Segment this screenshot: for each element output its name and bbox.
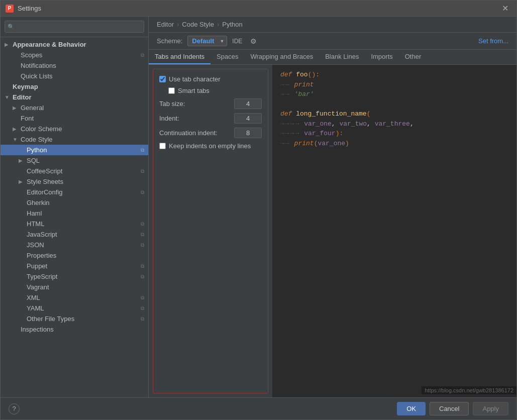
tab-size-row: Tab size: [159, 98, 262, 109]
tab-blank-lines[interactable]: Blank Lines [319, 50, 365, 64]
tab-spaces[interactable]: Spaces [211, 50, 244, 64]
sidebar-label-gherkin: Gherkin [27, 199, 144, 206]
use-tab-character-label: Use tab character [169, 75, 221, 83]
copy-icon: ⧉ [141, 168, 144, 174]
paren2: ( [367, 109, 371, 119]
copy-icon: ⧉ [141, 242, 144, 248]
copy-icon: ⧉ [141, 305, 144, 311]
sidebar-item-puppet[interactable]: Puppet ⧉ [1, 261, 148, 271]
sidebar-item-coffeescript[interactable]: CoffeeScript ⧉ [1, 166, 148, 176]
settings-dialog: P Settings ✕ ▶ Appearance & Behavior [0, 0, 517, 420]
code-preview: def foo(): →→print →→'bar' def long_func… [272, 65, 516, 397]
bottom-left: ? [9, 403, 393, 414]
tab-tabs-and-indents[interactable]: Tabs and Indents [149, 50, 211, 64]
breadcrumb-python: Python [222, 21, 242, 28]
sidebar-item-other-file-types[interactable]: Other File Types ⧉ [1, 313, 148, 324]
sidebar-item-vagrant[interactable]: Vagrant [1, 282, 148, 292]
indent-input[interactable] [234, 113, 262, 124]
sidebar-item-notifications[interactable]: Notifications [1, 60, 148, 71]
copy-icon: ⧉ [141, 52, 144, 58]
copy-icon: ⧉ [141, 147, 144, 153]
sidebar-item-xml[interactable]: XML ⧉ [1, 292, 148, 303]
sidebar-label-properties: Properties [27, 252, 144, 259]
keyword: def [280, 70, 296, 80]
tab-size-input[interactable] [234, 98, 262, 109]
scheme-select[interactable]: Default [187, 36, 227, 46]
sidebar-item-general[interactable]: ▶ General [1, 102, 148, 113]
sidebar-item-code-style[interactable]: ▼ Code Style [1, 134, 148, 145]
sidebar-item-inspections[interactable]: Inspections [1, 324, 148, 335]
smart-tabs-row: Smart tabs [159, 87, 262, 94]
sidebar-label-inspections: Inspections [21, 326, 144, 333]
title-bar-left: P Settings [6, 5, 41, 13]
main-content: ▶ Appearance & Behavior Scopes ⧉ Notific… [1, 17, 516, 397]
param3: var_three [375, 119, 410, 129]
tab-other[interactable]: Other [399, 50, 428, 64]
sidebar-label-editorconfig: EditorConfig [27, 188, 139, 196]
expand-arrow-icon: ▼ [13, 137, 21, 142]
sidebar-item-editor[interactable]: ▼ Editor [1, 92, 148, 102]
sidebar-item-quick-lists[interactable]: Quick Lists [1, 71, 148, 81]
sidebar-label-puppet: Puppet [27, 262, 139, 270]
tabs-row: Tabs and Indents Spaces Wrapping and Bra… [149, 50, 516, 65]
sidebar-label-javascript: JavaScript [27, 231, 139, 238]
set-from-link[interactable]: Set from... [478, 37, 508, 45]
code-line-7: →→→→var_four): [280, 129, 508, 139]
keep-indents-checkbox[interactable] [159, 143, 166, 149]
sidebar-item-javascript[interactable]: JavaScript ⧉ [1, 229, 148, 240]
breadcrumb-sep1: › [177, 21, 179, 28]
sidebar-item-html[interactable]: HTML ⧉ [1, 219, 148, 229]
indent-label: Indent: [159, 115, 234, 122]
sidebar-item-style-sheets[interactable]: ▶ Style Sheets [1, 176, 148, 187]
sidebar-label-other-file-types: Other File Types [27, 315, 139, 323]
sidebar-item-haml[interactable]: Haml [1, 208, 148, 219]
sidebar-item-properties[interactable]: Properties [1, 250, 148, 261]
sidebar-label-sql: SQL [27, 157, 144, 164]
search-box [1, 17, 148, 37]
sidebar-label-yaml: YAML [27, 304, 139, 312]
sidebar-item-typescript[interactable]: TypeScript ⧉ [1, 271, 148, 282]
scheme-row: Scheme: Default IDE ⚙ Set from... [149, 33, 516, 50]
ok-button[interactable]: OK [397, 402, 426, 415]
sidebar-item-python[interactable]: Python ⧉ [1, 145, 148, 155]
smart-tabs-checkbox[interactable] [168, 87, 175, 94]
sidebar-item-json[interactable]: JSON ⧉ [1, 240, 148, 250]
arrow-icon: ▶ [13, 105, 21, 111]
copy-icon: ⧉ [141, 316, 144, 322]
use-tab-character-checkbox[interactable] [159, 76, 166, 82]
sidebar-label-coffeescript: CoffeeScript [27, 167, 139, 175]
code-line-2: →→print [280, 80, 508, 90]
sidebar-label-haml: Haml [27, 209, 144, 217]
use-tab-character-row: Use tab character [159, 75, 262, 83]
apply-button[interactable]: Apply [473, 402, 508, 415]
watermark: https://blog.csdn.net/gwb281386172 [422, 386, 516, 394]
sidebar-label-editor: Editor [13, 93, 144, 101]
continuation-indent-input[interactable] [234, 128, 262, 138]
sidebar-label-appearance: Appearance & Behavior [13, 41, 144, 48]
sidebar-item-sql[interactable]: ▶ SQL [1, 155, 148, 166]
sidebar-item-gherkin[interactable]: Gherkin [1, 197, 148, 208]
cancel-button[interactable]: Cancel [430, 402, 469, 415]
close-button[interactable]: ✕ [499, 3, 511, 14]
sidebar-item-yaml[interactable]: YAML ⧉ [1, 303, 148, 313]
sidebar-item-keymap[interactable]: Keymap [1, 81, 148, 92]
sidebar-item-editorconfig[interactable]: EditorConfig ⧉ [1, 187, 148, 197]
sidebar-item-color-scheme[interactable]: ▶ Color Scheme [1, 124, 148, 134]
sidebar-item-scopes[interactable]: Scopes ⧉ [1, 50, 148, 60]
title-bar: P Settings ✕ [1, 1, 516, 17]
sidebar-label-notifications: Notifications [21, 62, 144, 69]
string-val: 'bar' [294, 89, 314, 99]
scheme-ide-label: IDE [232, 38, 242, 45]
tab-wrapping-and-braces[interactable]: Wrapping and Braces [244, 50, 319, 64]
param1: var_one [304, 119, 332, 129]
sidebar-item-appearance[interactable]: ▶ Appearance & Behavior [1, 39, 148, 50]
sidebar-item-font[interactable]: Font [1, 113, 148, 124]
gear-button[interactable]: ⚙ [247, 36, 260, 46]
sidebar-label-general: General [21, 104, 144, 112]
arrow-icon: ▶ [13, 126, 21, 132]
paren3: ( [314, 139, 318, 149]
panel-body: Use tab character Smart tabs Tab size: I… [149, 65, 516, 397]
help-button[interactable]: ? [9, 403, 20, 414]
search-input[interactable] [5, 21, 144, 33]
tab-imports[interactable]: Imports [365, 50, 398, 64]
